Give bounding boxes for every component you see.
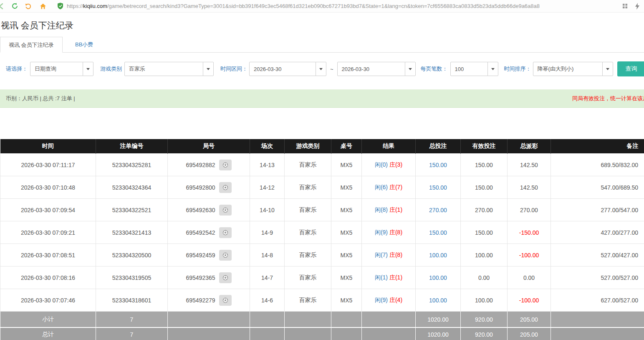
game-replay-button[interactable] [219,250,232,261]
game-type-label: 游戏类别 [100,65,122,73]
summary-notice: 同局有效投注，统一计算在该局 [572,90,644,107]
date-to-value: 2026-03-30 [342,66,370,72]
cell-total-bet[interactable]: 150.00 [416,221,461,244]
cell-bet-id: 523304324364 [96,176,168,199]
game-replay-button[interactable] [219,205,232,216]
footer-valid-bet: 920.00 [461,312,508,328]
date-to-select[interactable]: 2026-03-30 [337,62,416,76]
cell-game-type: 百家乐 [285,244,331,266]
game-type-value: 百家乐 [129,65,145,73]
sort-order-label: 时间排序： [504,65,531,73]
cell-total-bet[interactable]: 100.00 [416,244,461,266]
apps-grid-icon[interactable] [621,2,629,10]
lightning-icon[interactable] [633,2,641,10]
cell-total-bet[interactable]: 150.00 [416,154,461,176]
game-replay-button[interactable] [219,182,232,193]
browser-right-icons [621,2,641,10]
security-shield-icon[interactable] [57,3,63,10]
column-header-10: 总派彩 [508,139,551,154]
cell-session: 14-7 [250,266,285,289]
cell-total-bet[interactable]: 150.00 [416,176,461,199]
column-header-8: 总投注 [416,139,461,154]
cell-total-bet[interactable]: 100.00 [416,266,461,289]
footer-label: 总计 [0,327,96,340]
select-arrow-icon [487,62,498,76]
cell-table-no: MX5 [331,244,362,266]
result-player: 闲(1) [375,274,388,281]
round-number: 695492882 [186,162,215,168]
footer-total-bet: 1020.00 [416,312,461,328]
cell-session: 14-8 [250,244,285,266]
subtotal-row: 小计71020.00920.00205.00 [0,312,644,328]
page-size-value: 100 [455,66,464,72]
game-replay-button[interactable] [219,160,232,170]
cell-valid-bet: 150.00 [461,154,508,176]
round-number: 695492630 [186,207,215,213]
game-type-select[interactable]: 百家乐 [124,62,214,76]
table-row: 2026-03-30 07:07:46523304318601695492279… [0,289,644,312]
cell-table-no: MX5 [331,266,362,289]
query-button[interactable]: 查询 [617,61,644,76]
round-number: 695492365 [186,274,215,281]
query-type-label: 请选择： [6,65,28,73]
result-banker: 庄(3) [389,161,402,168]
filter-bar: 请选择： 日期查询 游戏类别 百家乐 时间区间： 2026-03-30 ~ 20… [0,61,644,76]
column-header-5: 游戏类别 [285,139,331,154]
sort-order-select[interactable]: 降幂(由大到小) [533,62,613,76]
tab-bb-tips[interactable]: BB小费 [67,37,101,53]
cell-payout: 142.50 [508,176,551,199]
table-row: 2026-03-30 07:08:16523304319505695492365… [0,266,644,289]
column-header-2: 注单编号 [96,139,168,154]
result-player: 闲(9) [375,229,388,236]
query-type-select[interactable]: 日期查询 [30,62,93,76]
column-header-1: 时间 [0,139,96,154]
select-arrow-icon [602,62,613,76]
refresh-icon[interactable] [10,2,19,10]
cell-result: 闲(6) 庄(7) [362,176,416,199]
column-header-11: 备注 [551,139,644,154]
cell-valid-bet: 270.00 [461,199,508,221]
cell-total-bet[interactable]: 270.00 [416,199,461,221]
cell-time: 2026-03-30 07:11:17 [0,154,96,176]
summary-currency-count: 币别：人民币 | 总共 :7 注单 | [6,90,75,107]
cell-note: 627.00/527.00 [551,289,644,312]
url-bar[interactable]: https://kiqiiu.com/game/betrecord_search… [57,3,617,10]
cell-total-bet[interactable]: 100.00 [416,289,461,312]
back-icon[interactable] [0,2,5,10]
cell-time: 2026-03-30 07:07:46 [0,289,96,312]
result-banker: 庄(4) [389,297,402,303]
cell-session: 14-9 [250,221,285,244]
cell-session: 14-12 [250,176,285,199]
cell-payout: 0.00 [508,266,551,289]
cell-table-no: MX5 [331,176,362,199]
cell-time: 2026-03-30 07:09:21 [0,221,96,244]
game-replay-button[interactable] [219,295,232,306]
tab-betting-records[interactable]: 视讯 会员下注纪录 [0,37,63,53]
table-row: 2026-03-30 07:08:51523304320500695492459… [0,244,644,266]
cell-round: 695492542 [168,221,250,244]
summary-bar: 币别：人民币 | 总共 :7 注单 | 同局有效投注，统一计算在该局 [0,89,644,108]
home-icon[interactable] [39,2,47,10]
cell-payout: -150.00 [508,221,551,244]
date-from-select[interactable]: 2026-03-30 [249,62,326,76]
cell-table-no: MX5 [331,221,362,244]
cell-game-type: 百家乐 [285,266,331,289]
page-title: 视讯 会员下注纪录 [1,20,73,31]
undo-icon[interactable] [24,2,32,10]
game-replay-button[interactable] [219,227,232,238]
cell-game-type: 百家乐 [285,176,331,199]
cell-note: 689.50/832.00 [551,154,644,176]
select-arrow-icon [316,62,326,76]
cell-valid-bet: 150.00 [461,221,508,244]
result-banker: 庄(7) [389,184,402,190]
cell-time: 2026-03-30 07:09:54 [0,199,96,221]
page-size-select[interactable]: 100 [450,62,498,76]
url-path: /game/betrecord_search/kind3?GameType=30… [107,3,540,9]
cell-payout: -100.00 [508,289,551,312]
cell-session: 14-13 [250,154,285,176]
game-replay-button[interactable] [219,272,232,283]
cell-round: 695492800 [168,176,250,199]
cell-round: 695492279 [168,289,250,312]
cell-bet-id: 523304319505 [96,266,168,289]
round-number: 695492542 [186,229,215,236]
